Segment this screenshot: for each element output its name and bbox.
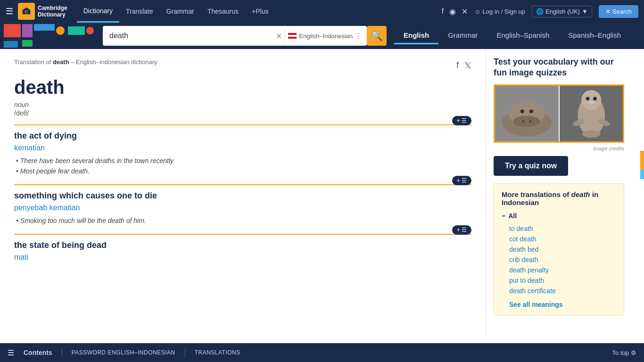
login-link[interactable]: ☺ Log in / Sign up xyxy=(474,8,525,15)
more-translations-section: More translations of death in Indonesian… xyxy=(494,183,624,315)
tab-english-spanish[interactable]: English–Spanish xyxy=(487,27,559,44)
quiz-title: Test your vocabulary with our fun image … xyxy=(494,57,624,79)
svg-point-7 xyxy=(520,109,524,113)
tab-spanish-english[interactable]: Spanish–English xyxy=(559,27,630,44)
search-go-button[interactable]: 🔍 xyxy=(367,26,387,46)
svg-point-9 xyxy=(522,120,525,123)
search-icon: 🔍 xyxy=(371,30,383,41)
nav-grammar[interactable]: Grammar xyxy=(160,1,201,22)
main-navigation: Dictionary Translate Grammar Thesaurus +… xyxy=(77,0,275,23)
dictionary-tabs: English Grammar English–Spanish Spanish–… xyxy=(394,27,630,44)
trans-link-put-to-death[interactable]: put to death xyxy=(502,275,616,286)
globe-icon: 🌐 xyxy=(536,8,544,15)
quiz-images xyxy=(494,84,624,143)
definition-text-3: the state of being dead xyxy=(14,240,471,250)
svg-text:C: C xyxy=(25,9,28,14)
nav-plus[interactable]: +Plus xyxy=(245,1,275,22)
svg-point-8 xyxy=(529,109,533,113)
search-input[interactable] xyxy=(106,32,276,40)
definition-divider-1 xyxy=(14,124,471,125)
language-label: English–Indonesian xyxy=(299,33,353,40)
translation-2[interactable]: penyebab kematian xyxy=(14,204,471,212)
language-selector[interactable]: 🌐 English (UK) ▼ xyxy=(532,6,592,17)
trans-link-death-penalty[interactable]: death penalty xyxy=(502,265,616,275)
main-layout: Translation of death – English–Indonesia… xyxy=(0,49,644,337)
add-to-list-button-3[interactable]: + ☰ xyxy=(452,225,471,235)
add-to-list-button-1[interactable]: + ☰ xyxy=(452,116,471,125)
person-icon: ☺ xyxy=(474,8,480,15)
word-title: death xyxy=(14,77,471,98)
social-icons: f ◉ ✕ xyxy=(442,7,468,16)
orange-accent-bar xyxy=(640,151,644,170)
share-icons: f 𝕏 xyxy=(456,60,471,71)
definition-divider-2 xyxy=(14,184,471,185)
definition-divider-3 xyxy=(14,234,471,235)
search-options-button[interactable]: ⋮ xyxy=(353,32,364,41)
image-credits[interactable]: Image credits xyxy=(494,146,624,151)
search-section: ✕ English–Indonesian ⋮ 🔍 English Grammar… xyxy=(0,23,644,49)
trans-link-death-bed[interactable]: death bed xyxy=(502,244,616,255)
minus-icon: − xyxy=(502,212,505,220)
nav-translate[interactable]: Translate xyxy=(119,1,160,22)
clear-search-button[interactable]: ✕ xyxy=(276,32,282,41)
trans-link-crib-death[interactable]: crib death xyxy=(502,255,616,265)
quiz-section: Test your vocabulary with our fun image … xyxy=(494,57,624,176)
all-label: All xyxy=(508,212,517,220)
tab-english[interactable]: English xyxy=(394,27,438,44)
trans-link-cot-death[interactable]: cot death xyxy=(502,234,616,244)
logo-text: Cambridge Dictionary xyxy=(38,5,67,18)
example-1-2: Most people fear death. xyxy=(14,167,471,175)
nav-right-area: f ◉ ✕ ☺ Log in / Sign up 🌐 English (UK) … xyxy=(442,5,638,18)
top-navigation: ☰ C Cambridge Dictionary Dictionary Tran… xyxy=(0,0,644,23)
instagram-icon[interactable]: ◉ xyxy=(449,7,456,16)
twitter-icon[interactable]: ✕ xyxy=(462,7,468,16)
language-flag[interactable]: English–Indonesian xyxy=(288,33,353,40)
cyan-accent-bar xyxy=(640,170,644,179)
part-of-speech: noun xyxy=(14,101,471,108)
quiz-button[interactable]: Try a quiz now xyxy=(494,156,568,176)
search-input-wrapper: ✕ English–Indonesian ⋮ xyxy=(103,26,367,46)
twitter-share-icon[interactable]: 𝕏 xyxy=(464,60,471,71)
facebook-icon[interactable]: f xyxy=(442,7,444,16)
decorative-shapes xyxy=(4,24,98,48)
svg-point-10 xyxy=(529,120,532,123)
svg-point-13 xyxy=(586,97,589,100)
facebook-share-icon[interactable]: f xyxy=(456,60,459,71)
svg-point-12 xyxy=(581,90,601,110)
quiz-image-left xyxy=(495,86,559,141)
svg-point-14 xyxy=(593,97,597,100)
example-2-1: Smoking too much will be the death of hi… xyxy=(14,217,471,224)
translation-3[interactable]: mati xyxy=(14,253,471,262)
close-icon: ✕ xyxy=(605,8,611,15)
pronunciation: /deθ/ xyxy=(14,109,471,117)
svg-point-15 xyxy=(587,100,594,104)
menu-hamburger-icon[interactable]: ☰ xyxy=(6,6,13,16)
more-translations-title: More translations of death in Indonesian xyxy=(502,190,616,206)
all-section-header[interactable]: − All xyxy=(502,212,616,220)
logo-area[interactable]: C Cambridge Dictionary xyxy=(18,3,67,20)
svg-point-6 xyxy=(513,116,540,127)
divider xyxy=(285,30,285,41)
flag-icon xyxy=(288,33,297,39)
svg-point-18 xyxy=(582,130,600,137)
content-area: Translation of death – English–Indonesia… xyxy=(0,49,486,337)
chevron-down-icon: ▼ xyxy=(582,8,588,15)
sidebar: Test your vocabulary with our fun image … xyxy=(486,49,632,337)
breadcrumb: Translation of death – English–Indonesia… xyxy=(14,58,157,66)
example-1-1: There have been several deaths in the to… xyxy=(14,157,471,165)
nav-thesaurus[interactable]: Thesaurus xyxy=(201,1,245,22)
cambridge-logo: C xyxy=(18,3,35,20)
nav-dictionary[interactable]: Dictionary xyxy=(77,0,119,23)
trans-link-to-death[interactable]: to death xyxy=(502,223,616,234)
definition-text-2: something which causes one to die xyxy=(14,191,471,201)
search-button[interactable]: ✕ Search xyxy=(599,5,638,18)
tab-grammar[interactable]: Grammar xyxy=(438,27,487,44)
accent-bars xyxy=(640,151,644,179)
definition-text-1: the act of dying xyxy=(14,131,471,141)
add-to-list-button-2[interactable]: + ☰ xyxy=(452,176,471,185)
see-all-meanings-link[interactable]: See all meanings xyxy=(502,301,616,308)
translation-1[interactable]: kematian xyxy=(14,144,471,152)
trans-link-death-certificate[interactable]: death certificate xyxy=(502,286,616,296)
quiz-image-right xyxy=(560,86,623,141)
